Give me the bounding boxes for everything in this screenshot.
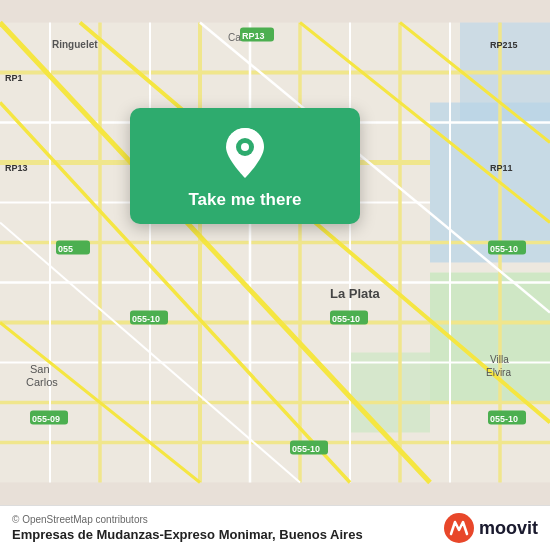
svg-text:055-09: 055-09	[32, 414, 60, 424]
svg-text:055-10: 055-10	[490, 244, 518, 254]
take-me-there-label[interactable]: Take me there	[188, 190, 301, 210]
svg-text:055: 055	[58, 244, 73, 254]
location-pin-icon	[223, 126, 267, 180]
moovit-logo[interactable]: moovit	[443, 512, 538, 544]
svg-text:055-10: 055-10	[292, 444, 320, 454]
moovit-text: moovit	[479, 518, 538, 539]
map-background: Canal de Ringuelet RP1 RP13 RP11 RP215 R…	[0, 0, 550, 505]
svg-text:055-10: 055-10	[132, 314, 160, 324]
svg-text:RP13: RP13	[242, 31, 265, 41]
svg-text:RP13: RP13	[5, 163, 28, 173]
app: Canal de Ringuelet RP1 RP13 RP11 RP215 R…	[0, 0, 550, 550]
svg-text:RP1: RP1	[5, 73, 23, 83]
svg-text:La Plata: La Plata	[330, 286, 381, 301]
svg-text:RP215: RP215	[490, 40, 518, 50]
svg-text:Carlos: Carlos	[26, 376, 58, 388]
svg-rect-4	[350, 353, 430, 433]
svg-point-64	[241, 143, 249, 151]
svg-text:RP11: RP11	[490, 163, 513, 173]
osm-attribution: © OpenStreetMap contributors	[12, 514, 363, 525]
svg-text:055-10: 055-10	[332, 314, 360, 324]
svg-text:055-10: 055-10	[490, 414, 518, 424]
place-name: Empresas de Mudanzas-Expreso Monimar, Bu…	[12, 527, 363, 542]
moovit-brand-icon	[443, 512, 475, 544]
svg-text:Elvira: Elvira	[486, 367, 511, 378]
svg-text:Ringuelet: Ringuelet	[52, 39, 98, 50]
map-container: Canal de Ringuelet RP1 RP13 RP11 RP215 R…	[0, 0, 550, 505]
footer: © OpenStreetMap contributors Empresas de…	[0, 505, 550, 550]
take-me-there-card[interactable]: Take me there	[130, 108, 360, 224]
footer-left: © OpenStreetMap contributors Empresas de…	[12, 514, 363, 542]
svg-text:Villa: Villa	[490, 354, 509, 365]
svg-text:San: San	[30, 363, 50, 375]
